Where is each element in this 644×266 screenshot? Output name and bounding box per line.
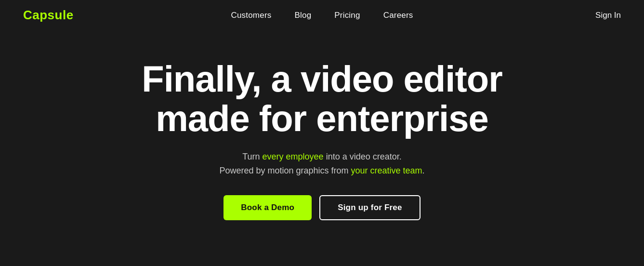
nav-link-careers[interactable]: Careers [383, 11, 413, 20]
nav-item-customers[interactable]: Customers [231, 11, 271, 20]
hero-subtitle-before: Turn [242, 152, 262, 161]
nav-item-blog[interactable]: Blog [294, 11, 311, 20]
hero-title: Finally, a video editor made for enterpr… [142, 59, 502, 138]
signin-link[interactable]: Sign In [595, 11, 621, 20]
nav-link-blog[interactable]: Blog [294, 11, 311, 20]
hero-subtitle-highlight1: every employee [263, 152, 324, 161]
hero-subtitle: Turn every employee into a video creator… [219, 150, 424, 178]
hero-section: Finally, a video editor made for enterpr… [0, 30, 644, 239]
nav-links: Customers Blog Pricing Careers [231, 11, 413, 20]
book-demo-button[interactable]: Book a Demo [223, 195, 312, 220]
signup-free-button[interactable]: Sign up for Free [319, 195, 421, 220]
nav-link-customers[interactable]: Customers [231, 11, 271, 20]
hero-subtitle-middle: into a video creator. [324, 152, 402, 161]
hero-title-line1: Finally, a video editor [142, 58, 502, 99]
navbar: Capsule Customers Blog Pricing Careers S… [0, 0, 644, 30]
nav-item-careers[interactable]: Careers [383, 11, 413, 20]
hero-subtitle-highlight2: your creative team [351, 166, 422, 175]
hero-subtitle-period: . [422, 166, 425, 175]
logo[interactable]: Capsule [23, 8, 74, 23]
nav-link-pricing[interactable]: Pricing [334, 11, 360, 20]
hero-cta-buttons: Book a Demo Sign up for Free [223, 195, 420, 220]
nav-item-pricing[interactable]: Pricing [334, 11, 360, 20]
hero-subtitle-line2-before: Powered by motion graphics from [219, 166, 351, 175]
hero-title-line2: made for enterprise [156, 98, 488, 139]
